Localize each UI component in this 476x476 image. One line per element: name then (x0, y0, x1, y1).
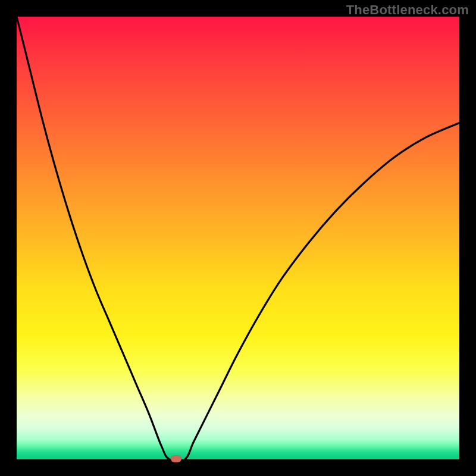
curve-path (17, 17, 459, 459)
plot-area (17, 17, 459, 459)
bottleneck-curve (17, 17, 459, 459)
optimal-marker (171, 455, 181, 462)
watermark-text: TheBottleneck.com (346, 2, 469, 18)
chart-frame: TheBottleneck.com (0, 0, 476, 476)
